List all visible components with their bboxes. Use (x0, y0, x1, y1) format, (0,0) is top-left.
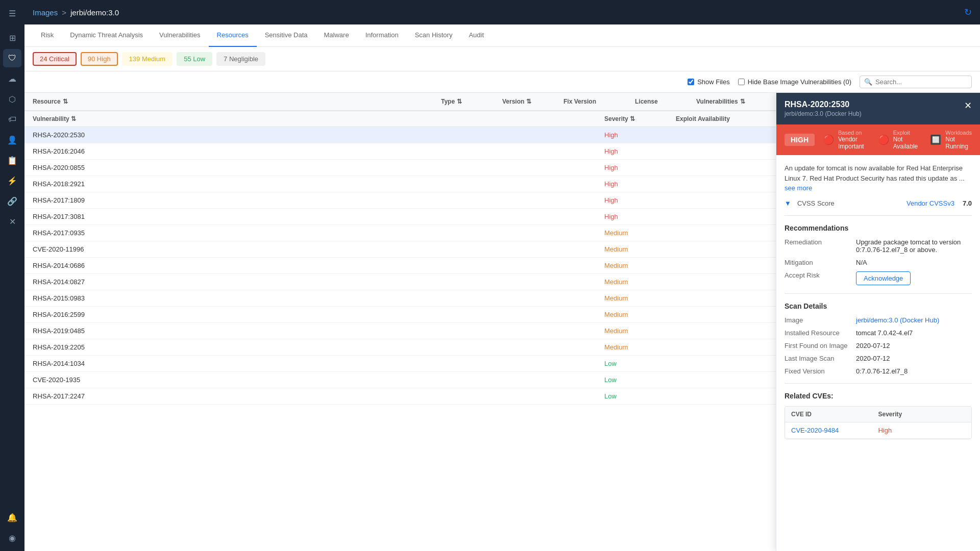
vuln-row[interactable]: RHSA-2016:2046 High (24, 143, 776, 160)
vuln-col-vulnerability[interactable]: Vulnerability ⇅ (33, 115, 604, 122)
image-value-link[interactable]: jerbi/demo:3.0 (Docker Hub) (856, 316, 939, 324)
cve-row-1: CVE-2020-9484 High (785, 422, 971, 439)
users-icon[interactable]: 👤 (3, 131, 21, 149)
tab-resources[interactable]: Resources (209, 24, 257, 47)
vuln-row[interactable]: CVE-2020-11996 Medium (24, 241, 776, 258)
cve-id-link[interactable]: CVE-2020-9484 (791, 427, 878, 434)
cvss-chevron-icon[interactable]: ▼ (785, 199, 791, 207)
filter-medium[interactable]: 139 Medium (122, 52, 173, 66)
col-resource[interactable]: Resource ⇅ (33, 98, 441, 105)
breadcrumb-parent[interactable]: Images (33, 8, 58, 17)
filter-negligible[interactable]: 7 Negligible (216, 52, 265, 66)
refresh-icon[interactable]: ↻ (964, 7, 972, 18)
vuln-row[interactable]: CVE-2020-1935 Low (24, 372, 776, 388)
vuln-severity: Medium (604, 245, 676, 253)
filter-high[interactable]: 90 High (81, 52, 118, 66)
sort-vuln-icon: ⇅ (740, 98, 745, 105)
vuln-exploit (676, 131, 768, 139)
close-x-icon[interactable]: ✕ (3, 212, 21, 231)
vuln-id: RHSA-2017:3081 (33, 213, 604, 220)
vuln-severity: Medium (604, 343, 676, 351)
search-icon: 🔍 (864, 78, 872, 86)
installed-resource-label: Installed Resource (785, 329, 856, 337)
fixed-version-label: Fixed Version (785, 367, 856, 375)
main-content: Images > jerbi/demo:3.0 ↻ Risk Dynamic T… (24, 0, 980, 551)
vuln-row[interactable]: RHSA-2020:2530 High (24, 127, 776, 143)
close-detail-button[interactable]: ✕ (964, 100, 972, 111)
cvss-vendor-text[interactable]: Vendor CVSSv3 (906, 199, 954, 207)
shield-icon[interactable]: 🛡 (3, 49, 21, 67)
vuln-row[interactable]: RHSA-2017:2247 Low (24, 388, 776, 405)
menu-icon[interactable]: ☰ (3, 4, 21, 22)
options-bar: Show Files Hide Base Image Vulnerabiliti… (24, 71, 980, 93)
vuln-col-exploit: Exploit Availability (676, 115, 768, 122)
vuln-exploit (676, 278, 768, 286)
vuln-col-severity[interactable]: Severity ⇅ (604, 115, 676, 122)
vuln-row[interactable]: RHSA-2017:0935 Medium (24, 225, 776, 241)
user-circle-icon[interactable]: ◉ (3, 529, 21, 547)
col-version[interactable]: Version ⇅ (502, 98, 564, 105)
show-files-label[interactable]: Show Files (688, 78, 730, 86)
vuln-row[interactable]: RHSA-2014:1034 Low (24, 356, 776, 372)
vuln-id: RHSA-2015:0983 (33, 294, 604, 302)
image-row: Image jerbi/demo:3.0 (Docker Hub) (785, 316, 972, 324)
first-found-label: First Found on Image (785, 342, 856, 349)
integrations-icon[interactable]: 🔗 (3, 192, 21, 210)
tab-malware[interactable]: Malware (316, 24, 357, 47)
bell-icon[interactable]: 🔔 (3, 508, 21, 527)
accept-risk-row: Accept Risk Acknowledge (785, 271, 972, 285)
dashboard-icon[interactable]: ⊞ (3, 29, 21, 47)
fixed-version-row: Fixed Version 0:7.0.76-12.el7_8 (785, 367, 972, 375)
risk-icon[interactable]: ⚡ (3, 171, 21, 190)
network-icon[interactable]: ⬡ (3, 90, 21, 108)
hide-base-label[interactable]: Hide Base Image Vulnerabilities (0) (738, 78, 851, 86)
vuln-row[interactable]: RHSA-2018:2921 High (24, 176, 776, 192)
sort-severity-icon: ⇅ (630, 115, 635, 122)
search-input[interactable] (875, 78, 967, 86)
tab-vulnerabilities[interactable]: Vulnerabilities (151, 24, 208, 47)
vuln-row[interactable]: RHSA-2015:0983 Medium (24, 290, 776, 307)
vuln-row[interactable]: RHSA-2014:0686 Medium (24, 258, 776, 274)
tab-dynamic-threat[interactable]: Dynamic Threat Analysis (62, 24, 151, 47)
hide-base-checkbox[interactable] (738, 79, 745, 85)
divider-2 (785, 293, 972, 294)
filter-critical[interactable]: 24 Critical (33, 52, 77, 66)
compliance-icon[interactable]: 📋 (3, 151, 21, 169)
vuln-row[interactable]: RHSA-2019:2205 Medium (24, 339, 776, 356)
tab-information[interactable]: Information (357, 24, 407, 47)
vuln-row[interactable]: RHSA-2016:2599 Medium (24, 307, 776, 323)
tab-audit[interactable]: Audit (460, 24, 492, 47)
filter-low[interactable]: 55 Low (177, 52, 212, 66)
exploit-icon: 🔴 (878, 134, 889, 145)
first-found-value: 2020-07-12 (856, 342, 890, 349)
vuln-row[interactable]: RHSA-2014:0827 Medium (24, 274, 776, 290)
tag-icon[interactable]: 🏷 (3, 110, 21, 129)
search-box[interactable]: 🔍 (860, 76, 972, 88)
see-more-link[interactable]: see more (785, 184, 812, 192)
col-type[interactable]: Type ⇅ (441, 98, 502, 105)
vuln-row[interactable]: RHSA-2017:1809 High (24, 192, 776, 209)
vuln-row[interactable]: RHSA-2017:3081 High (24, 209, 776, 225)
vuln-row[interactable]: RHSA-2020:0855 High (24, 160, 776, 176)
cloud-icon[interactable]: ☁ (3, 69, 21, 88)
vuln-severity: Medium (604, 327, 676, 335)
workloads-info: 🔲 Workloads Not Running (930, 130, 972, 150)
detail-severity-bar: HIGH 🔴 Based on Vendor Important 🔴 Explo… (776, 124, 980, 155)
tab-sensitive-data[interactable]: Sensitive Data (257, 24, 316, 47)
cve-table: CVE ID Severity CVE-2020-9484 High (785, 406, 972, 439)
topbar: Images > jerbi/demo:3.0 ↻ (24, 0, 980, 24)
tab-scan-history[interactable]: Scan History (407, 24, 461, 47)
vuln-id: RHSA-2014:0827 (33, 278, 604, 286)
tab-risk[interactable]: Risk (33, 24, 62, 47)
cvss-score-text: 7.0 (963, 199, 972, 207)
filter-bar: 24 Critical 90 High 139 Medium 55 Low 7 … (24, 47, 980, 71)
breadcrumb-separator: > (62, 8, 66, 17)
vuln-id: RHSA-2018:2921 (33, 180, 604, 188)
vuln-id: RHSA-2017:2247 (33, 392, 604, 400)
acknowledge-button[interactable]: Acknowledge (856, 271, 911, 285)
show-files-checkbox[interactable] (688, 79, 694, 85)
vuln-row[interactable]: RHSA-2019:0485 Medium (24, 323, 776, 339)
vuln-exploit (676, 180, 768, 188)
recommendations-title: Recommendations (785, 224, 972, 232)
col-vulnerabilities[interactable]: Vulnerabilities ⇅ (696, 98, 768, 105)
